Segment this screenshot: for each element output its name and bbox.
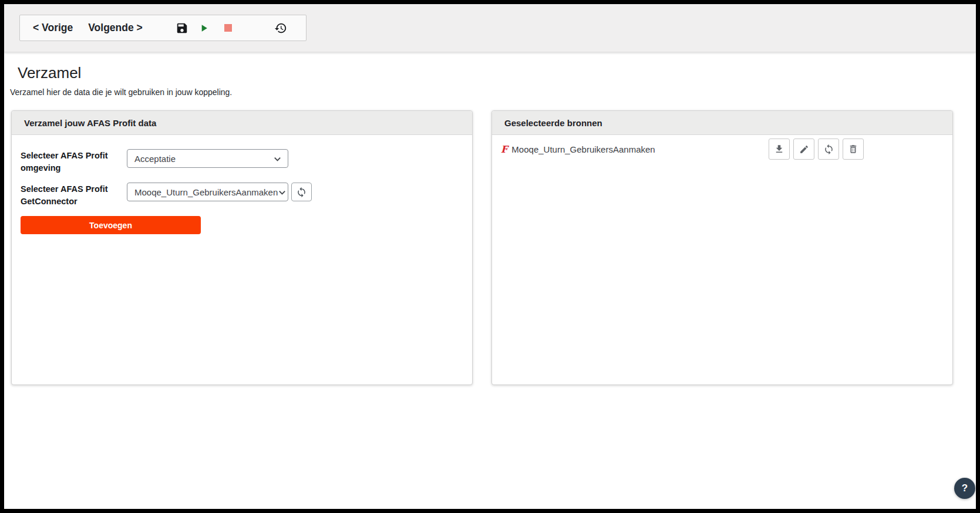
collect-panel: Verzamel jouw AFAS Profit data Selecteer… — [11, 110, 473, 385]
top-header: < Vorige Volgende > — [4, 4, 976, 52]
history-button[interactable] — [274, 22, 287, 35]
previous-button[interactable]: < Vorige — [33, 23, 73, 33]
save-button[interactable] — [176, 22, 188, 35]
trash-icon — [848, 144, 858, 154]
sources-panel: Geselecteerde bronnen F Mooqe_Uturn_Gebr… — [491, 110, 953, 385]
wizard-toolbar: < Vorige Volgende > — [19, 15, 307, 41]
getconnector-select-value: Mooqe_Uturn_GebruikersAanmaken — [134, 187, 278, 197]
environment-select[interactable]: Acceptatie — [127, 149, 288, 168]
pencil-icon — [799, 144, 809, 154]
getconnector-label: Selecteer AFAS Profit GetConnector — [21, 183, 127, 208]
environment-select-value: Acceptatie — [134, 154, 176, 164]
delete-source-button[interactable] — [843, 139, 864, 160]
edit-source-button[interactable] — [793, 139, 814, 160]
panels-row: Verzamel jouw AFAS Profit data Selecteer… — [11, 110, 953, 385]
refresh-source-button[interactable] — [818, 139, 839, 160]
collect-panel-body: Selecteer AFAS Profit omgeving Acceptati… — [12, 135, 472, 243]
chevron-down-icon — [278, 188, 287, 197]
sources-panel-title: Geselecteerde bronnen — [492, 111, 952, 135]
getconnector-select[interactable]: Mooqe_Uturn_GebruikersAanmaken — [127, 183, 288, 201]
page-title: Verzamel — [18, 64, 976, 82]
download-source-button[interactable] — [769, 139, 790, 160]
environment-label: Selecteer AFAS Profit omgeving — [21, 149, 127, 174]
environment-row: Selecteer AFAS Profit omgeving Acceptati… — [21, 149, 463, 174]
chevron-down-icon — [273, 154, 282, 163]
next-button[interactable]: Volgende > — [88, 23, 143, 33]
download-icon — [774, 144, 784, 154]
save-icon — [176, 22, 188, 35]
app-window: < Vorige Volgende > Verzamel — [0, 0, 980, 513]
stop-button[interactable] — [224, 24, 232, 32]
refresh-getconnectors-button[interactable] — [291, 183, 312, 201]
source-actions — [769, 139, 864, 160]
sync-icon — [296, 187, 307, 198]
getconnector-row: Selecteer AFAS Profit GetConnector Mooqe… — [21, 183, 463, 208]
run-button[interactable] — [198, 22, 210, 34]
sources-panel-body: F Mooqe_Uturn_GebruikersAanmaken — [492, 135, 952, 163]
sync-icon — [823, 144, 834, 155]
source-name: F Mooqe_Uturn_GebruikersAanmaken — [501, 144, 655, 155]
add-source-button[interactable]: Toevoegen — [21, 216, 201, 234]
play-icon — [198, 22, 210, 34]
help-button[interactable]: ? — [954, 478, 975, 499]
page-subtitle: Verzamel hier de data die je wilt gebrui… — [10, 87, 976, 97]
afas-f-badge: F — [501, 144, 507, 155]
stop-icon — [224, 24, 232, 32]
history-icon — [274, 22, 287, 35]
source-name-text: Mooqe_Uturn_GebruikersAanmaken — [511, 144, 655, 154]
collect-panel-title: Verzamel jouw AFAS Profit data — [12, 111, 472, 135]
source-row: F Mooqe_Uturn_GebruikersAanmaken — [501, 139, 944, 160]
